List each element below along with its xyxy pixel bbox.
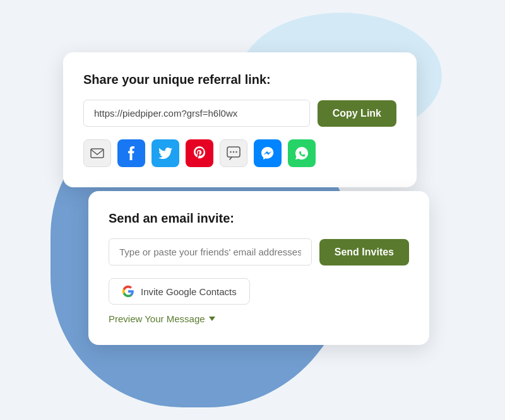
referral-link-card: Share your unique referral link: Copy Li… xyxy=(63,52,417,187)
referral-link-input[interactable] xyxy=(83,100,310,127)
facebook-share-icon[interactable] xyxy=(117,139,145,167)
email-invite-title: Send an email invite: xyxy=(109,211,409,226)
svg-point-2 xyxy=(230,151,231,153)
email-invite-input[interactable] xyxy=(109,238,312,265)
referral-title: Share your unique referral link: xyxy=(83,73,396,87)
preview-triangle-icon xyxy=(209,317,215,321)
email-share-icon[interactable] xyxy=(83,139,111,167)
email-invite-card: Send an email invite: Send Invites Invit… xyxy=(88,191,429,345)
cards-container: Share your unique referral link: Copy Li… xyxy=(63,52,442,368)
google-contacts-label: Invite Google Contacts xyxy=(141,286,237,297)
svg-rect-0 xyxy=(91,149,104,158)
twitter-share-icon[interactable] xyxy=(152,139,179,167)
svg-point-4 xyxy=(235,151,237,153)
social-icons-row xyxy=(83,139,396,167)
sms-share-icon[interactable] xyxy=(220,139,247,167)
preview-message-text: Preview Your Message xyxy=(109,313,205,324)
whatsapp-share-icon[interactable] xyxy=(288,139,316,167)
svg-point-3 xyxy=(233,151,234,153)
google-icon xyxy=(122,285,134,298)
link-row: Copy Link xyxy=(83,100,396,127)
send-invites-button[interactable]: Send Invites xyxy=(319,239,409,265)
copy-link-button[interactable]: Copy Link xyxy=(318,100,396,127)
messenger-share-icon[interactable] xyxy=(254,139,282,167)
email-row: Send Invites xyxy=(109,238,409,265)
preview-message-link[interactable]: Preview Your Message xyxy=(109,313,215,324)
invite-google-contacts-button[interactable]: Invite Google Contacts xyxy=(109,278,250,305)
pinterest-share-icon[interactable] xyxy=(186,139,213,167)
